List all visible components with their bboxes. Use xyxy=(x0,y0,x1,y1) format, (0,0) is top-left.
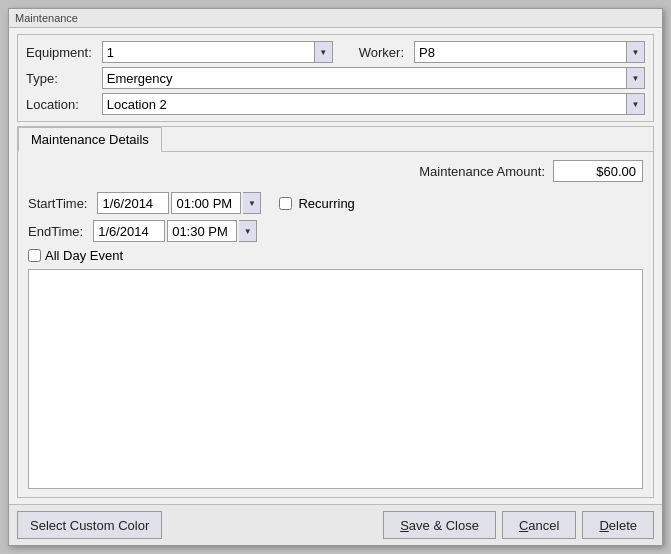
maintenance-amount-row: Maintenance Amount: xyxy=(28,160,643,182)
type-dropdown-btn[interactable]: ▼ xyxy=(627,67,645,89)
start-time-dropdown-btn[interactable]: ▼ xyxy=(243,192,261,214)
worker-input[interactable] xyxy=(414,41,627,63)
starttime-row: StartTime: ▼ Recurring xyxy=(28,192,643,214)
starttime-fields: ▼ xyxy=(97,192,261,214)
worker-dropdown-btn[interactable]: ▼ xyxy=(627,41,645,63)
equipment-field[interactable]: ▼ xyxy=(102,41,333,63)
tab-maintenance-details[interactable]: Maintenance Details xyxy=(18,127,162,152)
type-label: Type: xyxy=(26,71,96,86)
custom-color-label: Select Custom Color xyxy=(30,518,149,533)
all-day-label[interactable]: All Day Event xyxy=(28,248,123,263)
window-title: Maintenance xyxy=(9,9,662,28)
equipment-label: Equipment: xyxy=(26,45,96,60)
save-close-button[interactable]: Save & Close xyxy=(383,511,496,539)
recurring-label: Recurring xyxy=(298,196,354,211)
tab-header: Maintenance Details xyxy=(18,127,653,152)
endtime-label: EndTime: xyxy=(28,224,87,239)
endtime-fields: ▼ xyxy=(93,220,257,242)
end-time-dropdown-btn[interactable]: ▼ xyxy=(239,220,257,242)
form-grid: Equipment: ▼ Worker: ▼ Type: ▼ Location:… xyxy=(17,34,654,122)
tab-content: Maintenance Amount: StartTime: ▼ xyxy=(18,152,653,497)
location-field[interactable]: ▼ xyxy=(102,93,645,115)
start-time-input[interactable] xyxy=(171,192,241,214)
worker-label: Worker: xyxy=(339,45,408,60)
delete-label: Delete xyxy=(599,518,637,533)
delete-button[interactable]: Delete xyxy=(582,511,654,539)
end-date-input[interactable] xyxy=(93,220,165,242)
footer-left: Select Custom Color xyxy=(17,511,377,539)
type-field[interactable]: ▼ xyxy=(102,67,645,89)
recurring-group: Recurring xyxy=(279,196,354,211)
type-input[interactable] xyxy=(102,67,627,89)
tab-label: Maintenance Details xyxy=(31,132,149,147)
worker-field[interactable]: ▼ xyxy=(414,41,645,63)
tab-container: Maintenance Details Maintenance Amount: … xyxy=(17,126,654,498)
recurring-checkbox[interactable] xyxy=(279,197,292,210)
starttime-row-inner: StartTime: ▼ xyxy=(28,192,261,214)
all-day-text: All Day Event xyxy=(45,248,123,263)
save-close-label: Save & Close xyxy=(400,518,479,533)
equipment-dropdown-btn[interactable]: ▼ xyxy=(315,41,333,63)
location-label: Location: xyxy=(26,97,96,112)
end-time-input[interactable] xyxy=(167,220,237,242)
custom-color-button[interactable]: Select Custom Color xyxy=(17,511,162,539)
main-window: Maintenance Equipment: ▼ Worker: ▼ Type:… xyxy=(8,8,663,546)
location-dropdown-btn[interactable]: ▼ xyxy=(627,93,645,115)
window-content: Equipment: ▼ Worker: ▼ Type: ▼ Location:… xyxy=(9,28,662,504)
location-input[interactable] xyxy=(102,93,627,115)
maintenance-amount-label: Maintenance Amount: xyxy=(419,164,545,179)
cancel-button[interactable]: Cancel xyxy=(502,511,576,539)
equipment-input[interactable] xyxy=(102,41,315,63)
footer: Select Custom Color Save & Close Cancel … xyxy=(9,504,662,545)
cancel-label: Cancel xyxy=(519,518,559,533)
all-day-checkbox[interactable] xyxy=(28,249,41,262)
starttime-label: StartTime: xyxy=(28,196,91,211)
endtime-row: EndTime: ▼ xyxy=(28,220,643,242)
notes-textarea[interactable] xyxy=(28,269,643,489)
start-date-input[interactable] xyxy=(97,192,169,214)
maintenance-amount-input[interactable] xyxy=(553,160,643,182)
all-day-row: All Day Event xyxy=(28,248,643,263)
